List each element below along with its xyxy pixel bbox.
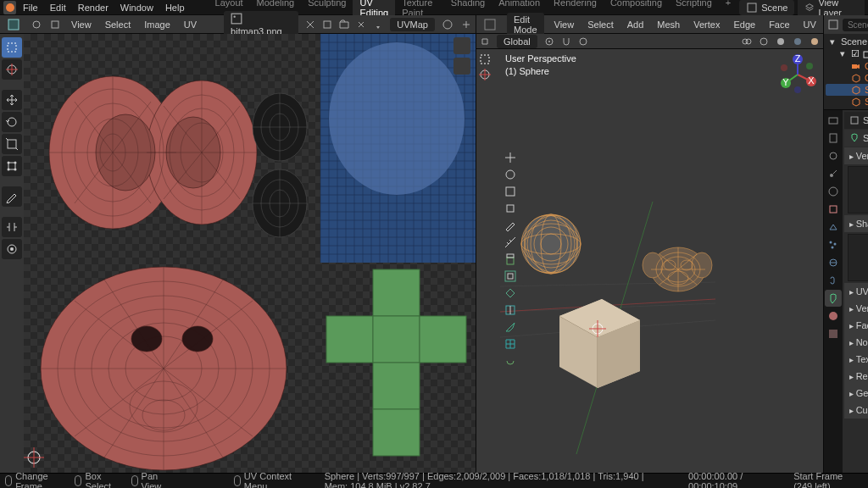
ptab-constraints[interactable] — [825, 272, 842, 289]
section-normals[interactable]: ▸ Normals — [844, 334, 868, 351]
outliner-item-sphere[interactable]: Sphere — [826, 84, 868, 96]
scene-selector[interactable]: Scene — [739, 0, 794, 15]
uv-map-selector[interactable]: UVMap — [390, 18, 435, 31]
outliner-item-camera[interactable]: Camera — [826, 60, 868, 72]
menu-render[interactable]: Render — [73, 1, 114, 14]
vp-tool-rotate[interactable] — [504, 168, 522, 181]
uv-header-view[interactable]: View — [68, 19, 95, 30]
tool-select-box[interactable] — [2, 37, 22, 58]
ptab-material[interactable] — [825, 308, 842, 324]
ptab-scene[interactable] — [825, 165, 842, 182]
vp-tool-cursor[interactable] — [478, 68, 498, 81]
vp-tool-bevel[interactable] — [504, 286, 522, 300]
ptab-particles[interactable] — [825, 236, 842, 253]
vp-tool-move[interactable] — [504, 151, 522, 164]
viewport-header-add[interactable]: Add — [624, 19, 648, 30]
viewport-header-face[interactable]: Face — [765, 19, 793, 30]
section-face-maps[interactable]: ▸ Face Maps — [844, 317, 868, 334]
image-new-icon[interactable] — [322, 19, 332, 30]
mesh-name-field[interactable]: Sphere — [844, 130, 868, 147]
section-remesh[interactable]: ▸ Remesh — [844, 368, 868, 385]
section-uv-maps[interactable]: ▸ UV Maps — [844, 283, 868, 300]
editor-type-selector[interactable] — [3, 17, 24, 32]
shape-keys-list[interactable]: + — [848, 234, 868, 281]
pivot-icon[interactable] — [544, 36, 554, 47]
navigation-gizmo[interactable]: X Y Z — [777, 54, 818, 95]
vp-tool-polybuild[interactable] — [504, 337, 522, 351]
image-close-icon[interactable] — [356, 19, 366, 30]
viewport-canvas[interactable]: User Perspective (1) Sphere — [500, 49, 823, 473]
vp-tool-inset[interactable] — [504, 269, 522, 283]
ptab-output[interactable] — [825, 130, 842, 147]
ptab-modifier[interactable] — [825, 219, 842, 236]
section-custom-properties[interactable]: ▸ Custom Properties — [844, 402, 868, 419]
ptab-render[interactable] — [825, 112, 842, 129]
mode-selector[interactable]: Edit Mode — [507, 13, 544, 36]
uv-options-icon[interactable] — [460, 19, 472, 30]
viewport-header-edge[interactable]: Edge — [730, 19, 759, 30]
shading-material-icon[interactable] — [793, 36, 803, 47]
vp-tool-measure[interactable] — [504, 236, 522, 249]
viewport-header-vertex[interactable]: Vertex — [690, 19, 723, 30]
vp-tool-knife[interactable] — [504, 320, 522, 334]
tool-annotate[interactable] — [2, 186, 22, 207]
uv-header-select[interactable]: Select — [102, 19, 135, 30]
outliner-item-cube[interactable]: Cube — [826, 72, 868, 84]
menu-edit[interactable]: Edit — [45, 1, 71, 14]
shading-rendered-icon[interactable] — [810, 36, 820, 47]
tool-grab[interactable] — [2, 239, 22, 259]
shading-solid-icon[interactable] — [776, 36, 786, 47]
section-vertex-colors[interactable]: ▸ Vertex Colors — [844, 300, 868, 317]
vp-tool-annotate[interactable] — [504, 219, 522, 232]
snap-magnet-icon[interactable] — [561, 36, 571, 47]
uv-display-icon[interactable] — [442, 19, 453, 30]
zoom-icon[interactable] — [453, 37, 470, 54]
vp-tool-loopcut[interactable] — [504, 303, 522, 317]
app-logo-icon[interactable] — [3, 1, 16, 14]
tool-rip[interactable] — [2, 217, 22, 237]
proportional-icon[interactable] — [578, 36, 588, 47]
outliner-scene-collection[interactable]: ▾ Scene Collection — [826, 36, 868, 47]
outliner-item-suzanne[interactable]: Suzanne — [826, 96, 868, 108]
ptab-world[interactable] — [825, 183, 842, 200]
vp-tool-spin[interactable] — [504, 354, 522, 368]
image-unlink-icon[interactable] — [305, 19, 315, 30]
orientation-selector[interactable]: Global — [497, 35, 537, 48]
viewport-header-uv[interactable]: UV — [800, 19, 820, 30]
pin-icon[interactable] — [373, 19, 383, 30]
section-shape-keys[interactable]: ▸ Shape Keys — [844, 215, 868, 232]
menu-window[interactable]: Window — [115, 1, 159, 14]
vp-tool-scale[interactable] — [504, 185, 522, 198]
tool-scale[interactable] — [2, 134, 22, 154]
ptab-object[interactable] — [825, 201, 842, 218]
ptab-viewlayer[interactable] — [825, 147, 842, 164]
menu-help[interactable]: Help — [160, 1, 190, 14]
vp-tool-transform[interactable] — [504, 202, 522, 215]
tool-rotate[interactable] — [2, 112, 22, 132]
tool-cursor[interactable] — [2, 59, 22, 80]
vp-tool-select[interactable] — [478, 53, 498, 66]
snap-icon[interactable] — [480, 36, 490, 47]
uv-header-uv[interactable]: UV — [181, 19, 200, 30]
viewport-type-selector[interactable] — [480, 17, 500, 32]
section-texture-space[interactable]: ▸ Texture Space — [844, 351, 868, 368]
uv-canvas[interactable] — [24, 34, 476, 473]
image-open-icon[interactable] — [339, 19, 349, 30]
menu-file[interactable]: File — [18, 1, 43, 14]
outliner-collection[interactable]: ▾ ☑ Collection — [826, 47, 868, 60]
viewport-header-mesh[interactable]: Mesh — [654, 19, 683, 30]
uv-header-image[interactable]: Image — [141, 19, 174, 30]
outliner-type-icon[interactable] — [827, 19, 839, 30]
tool-transform[interactable] — [2, 156, 22, 176]
tool-move[interactable] — [2, 90, 22, 110]
breadcrumb-object[interactable]: Sphere — [863, 115, 868, 125]
section-vertex-groups[interactable]: ▸ Vertex Groups — [844, 147, 868, 164]
shading-wireframe-icon[interactable] — [759, 36, 769, 47]
outliner-search[interactable] — [843, 19, 868, 31]
viewport-header-select[interactable]: Select — [584, 19, 617, 30]
ptab-physics[interactable] — [825, 254, 842, 271]
vp-tool-extrude[interactable] — [504, 252, 522, 266]
ptab-texture[interactable] — [825, 325, 842, 342]
uv-select-mode-icon[interactable] — [49, 19, 61, 30]
vertex-groups-list[interactable]: + — [848, 166, 868, 214]
